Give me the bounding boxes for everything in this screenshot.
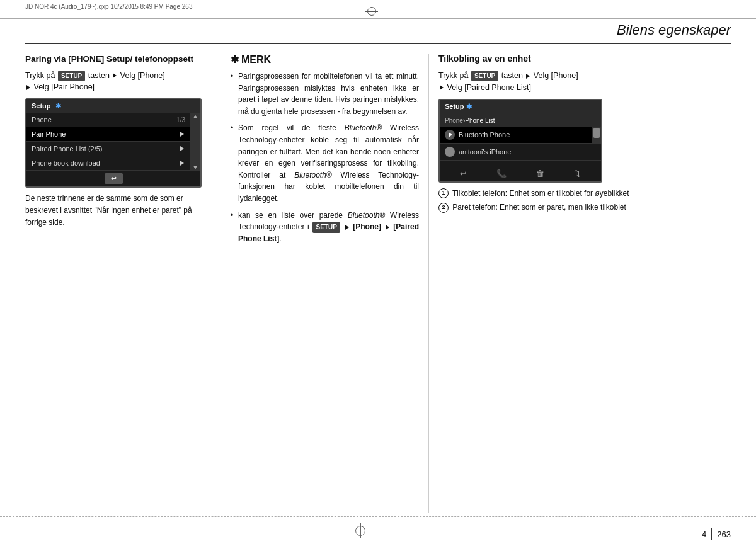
merk-item-3: kan se en liste over parede Bluetooth® W… xyxy=(231,210,419,245)
device-row-paired-list[interactable]: Paired Phone List (2/5) xyxy=(26,142,190,156)
setup-btn-mid: SETUP xyxy=(312,222,340,233)
device-rows: Phone 1/3 Pair Phone Paired Phone List (… xyxy=(26,113,190,171)
mid-column: ✱ MERK Paringsprosessen for mobiltelefon… xyxy=(220,54,428,513)
top-meta: JD NOR 4c (Audio_179~).qxp 10/2/2015 8:4… xyxy=(25,3,192,10)
row1-content: Bluetooth Phone xyxy=(445,130,588,140)
page-numbers: 4 263 xyxy=(702,528,731,540)
row1-label: Bluetooth Phone xyxy=(459,131,510,139)
scroll-down-icon: ▼ xyxy=(192,164,198,171)
header-underline xyxy=(25,43,731,44)
right-scrollbar xyxy=(592,127,601,143)
back-icon[interactable]: ↩ xyxy=(460,169,467,178)
left-instr-pre: Trykk på xyxy=(25,71,55,80)
row1-circle xyxy=(445,130,455,140)
right-section-title: Tilkobling av en enhet xyxy=(438,54,731,64)
device-bottom-right: ↩ 📞 🗑 ⇅ xyxy=(440,166,601,181)
footer-divider xyxy=(711,528,712,540)
right-instruction: Trykk på SETUP tasten Velg [Phone] Velg … xyxy=(438,70,731,94)
page-num-right: 263 xyxy=(717,530,731,539)
crosshair-circle xyxy=(367,7,376,16)
arrow-right-icon-3 xyxy=(180,161,184,166)
merk-item-2: Som regel vil de fleste Bluetooth® Wirel… xyxy=(231,122,419,204)
merk-header: ✱ MERK xyxy=(231,54,419,65)
footer: 4 263 xyxy=(0,516,756,551)
device-rows-wrap: Phone 1/3 Pair Phone Paired Phone List (… xyxy=(26,113,200,171)
right-step3: Velg [Paired Phone List] xyxy=(447,83,530,92)
phone-icon[interactable]: 📞 xyxy=(496,169,507,178)
page-title: Bilens egenskaper xyxy=(617,22,731,38)
merk-bullet-1-text: Paringsprosessen for mobiltelefonen vil … xyxy=(238,72,419,116)
device-phonebook-label: Phone book download xyxy=(32,159,100,167)
merk-item-1: Paringsprosessen for mobiltelefonen vil … xyxy=(231,71,419,117)
device-screen-left: Setup ✱ Phone 1/3 Pair Phone Paired Phon… xyxy=(25,98,202,188)
arrow-right-icon-r1 xyxy=(526,74,530,79)
device-header-right-screen: Setup ✱ xyxy=(440,100,601,113)
row2-content: anitooni's iPhone xyxy=(445,147,588,157)
breadcrumb-text: Phone›Phone List xyxy=(445,117,495,124)
merk-star-icon: ✱ xyxy=(231,54,239,65)
num-label-1: 1 xyxy=(438,188,449,198)
delete-icon[interactable]: 🗑 xyxy=(536,169,544,178)
device-spacer xyxy=(440,161,601,166)
right-instr-pre: Trykk på xyxy=(438,71,468,80)
device-bottom-left: ↩ xyxy=(26,171,200,186)
below-screen-text: De neste trinnene er de samme som de som… xyxy=(25,193,211,229)
device-back-btn[interactable]: ↩ xyxy=(105,173,123,184)
device-setup-label-right: Setup ✱ xyxy=(445,103,472,111)
page-num-left: 4 xyxy=(702,530,706,539)
left-instr-pair: Velg [Pair Phone] xyxy=(33,82,94,91)
setup-btn-right: SETUP xyxy=(471,71,498,81)
scroll-up-icon: ▲ xyxy=(192,113,198,120)
columns-container: Paring via [PHONE] Setup/ telefonoppsett… xyxy=(25,54,731,513)
left-column: Paring via [PHONE] Setup/ telefonoppsett… xyxy=(25,54,220,513)
device-page-num: 1/3 xyxy=(176,116,185,123)
device-scrollbar-left: ▲ ▼ xyxy=(190,113,200,171)
connect-icon[interactable]: ⇅ xyxy=(574,169,581,178)
setup-button-left: SETUP xyxy=(58,71,85,81)
row2-circle xyxy=(445,147,455,157)
bt-icon-left: ✱ xyxy=(55,102,61,110)
right-device-row-2[interactable]: anitooni's iPhone xyxy=(440,144,601,161)
device-phone-label: Phone xyxy=(32,116,52,123)
merk-bullet-2-text: Som regel vil de fleste Bluetooth® Wirel… xyxy=(238,123,419,203)
num-label-2: 2 xyxy=(438,203,449,213)
note-1: 1 Tilkoblet telefon: Enhet som er tilkob… xyxy=(438,188,731,200)
play-icon xyxy=(449,132,452,137)
device-pair-label: Pair Phone xyxy=(32,130,66,138)
left-section-title: Paring via [PHONE] Setup/ telefonoppsett xyxy=(25,54,211,65)
left-instruction: Trykk på SETUP tasten Velg [Phone] Velg … xyxy=(25,70,211,94)
arrow-right-icon-r2 xyxy=(440,85,444,90)
merk-title: MERK xyxy=(241,54,271,65)
scroll-thumb xyxy=(593,128,600,138)
device-setup-label: Setup ✱ xyxy=(32,102,61,110)
device-row-phonebook[interactable]: Phone book download xyxy=(26,156,190,171)
merk-bullet-3-text: kan se en liste over parede Bluetooth® W… xyxy=(238,211,419,243)
crosshair-top-icon xyxy=(365,5,378,18)
device-header-left: Setup ✱ xyxy=(26,99,200,113)
left-instr-post: tasten Velg [Phone] xyxy=(88,71,165,80)
right-column: Tilkobling av en enhet Trykk på SETUP ta… xyxy=(428,54,731,513)
arrow-icon-left xyxy=(26,85,30,90)
numbered-notes: 1 Tilkoblet telefon: Enhet som er tilkob… xyxy=(438,188,731,213)
device-row-pair[interactable]: Pair Phone xyxy=(26,127,190,142)
bt-icon-right: ✱ xyxy=(466,103,472,110)
row2-label: anitooni's iPhone xyxy=(459,148,511,156)
device-screen-right: Setup ✱ Phone›Phone List Bluetooth Phone xyxy=(438,99,602,183)
merk-list: Paringsprosessen for mobiltelefonen vil … xyxy=(231,71,419,244)
arrow-icon-mid-2 xyxy=(386,225,389,230)
device-breadcrumb-bar: Phone›Phone List xyxy=(440,113,601,127)
note-2: 2 Paret telefon: Enhet som er paret, men… xyxy=(438,202,731,213)
arrow-icon-mid-1 xyxy=(345,225,349,230)
device-paired-list-label: Paired Phone List (2/5) xyxy=(32,145,103,152)
breadcrumb-current: Phone List xyxy=(465,117,495,124)
arrow-right-icon-1 xyxy=(180,132,184,137)
device-row-phone: Phone 1/3 xyxy=(26,113,190,127)
right-instr-post: tasten Velg [Phone] xyxy=(501,71,578,80)
arrow-right-icon-2 xyxy=(180,146,184,151)
right-device-row-1[interactable]: Bluetooth Phone xyxy=(440,127,601,144)
